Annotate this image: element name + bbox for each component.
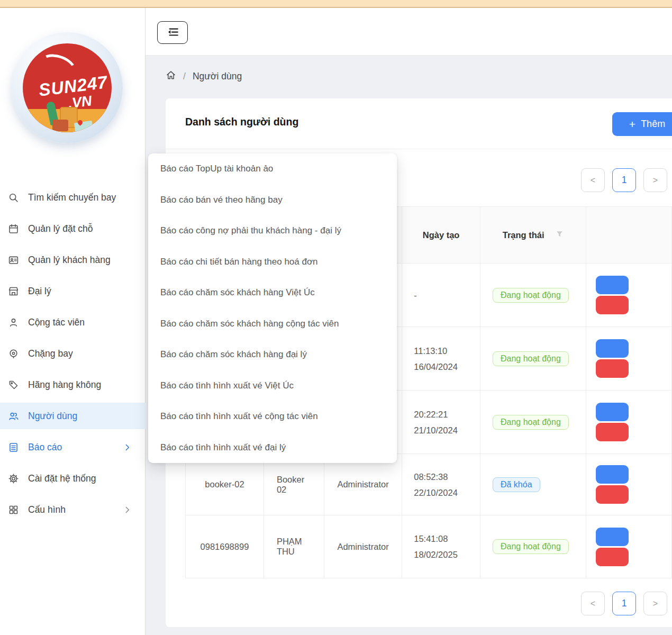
edit-button[interactable] xyxy=(596,276,629,294)
add-user-button[interactable]: + Thêm xyxy=(612,112,672,136)
plus-icon: + xyxy=(629,119,635,130)
location-icon xyxy=(7,348,19,359)
cell-status: Đang hoạt động xyxy=(480,264,586,327)
sidebar-item-quan-ly-khach-hang[interactable]: Quản lý khách hàng xyxy=(0,247,146,273)
sidebar-item-label: Báo cáo xyxy=(28,442,62,453)
status-badge: Đang hoạt động xyxy=(493,415,569,430)
breadcrumb-current[interactable]: Người dùng xyxy=(193,71,242,82)
cell-created: 11:13:1016/04/2024 xyxy=(402,327,480,391)
cell-actions xyxy=(586,391,672,454)
delete-button[interactable] xyxy=(596,485,629,504)
sidebar-item-dai-ly[interactable]: Đại lý xyxy=(0,278,146,304)
menu-item-report-cskh-viet-uc[interactable]: Báo cáo chăm sóc khách hàng Việt Úc xyxy=(148,277,397,309)
menu-item-report-xuat-ve-viet-uc[interactable]: Báo cáo tình hình xuất vé Việt Úc xyxy=(148,370,397,402)
menu-item-report-xuat-ve-ctv[interactable]: Báo cáo tình hình xuất vé cộng tác viên xyxy=(148,401,397,432)
menu-item-report-cskh-dai-ly[interactable]: Báo cáo chăm sóc khách hàng đại lý xyxy=(148,339,397,370)
tag-icon xyxy=(7,379,19,391)
delete-button[interactable] xyxy=(596,423,629,441)
sidebar-item-label: Hãng hàng không xyxy=(28,379,101,391)
app-header xyxy=(146,8,672,56)
delete-button[interactable] xyxy=(596,548,629,566)
pagination-top: < 1 > xyxy=(581,168,667,192)
menu-item-report-xuat-ve-dai-ly[interactable]: Báo cáo tình hình xuất vé đại lý xyxy=(148,432,397,464)
status-badge: Đang hoạt động xyxy=(493,351,569,366)
sidebar-item-cau-hinh[interactable]: Cấu hình xyxy=(0,496,146,523)
sidebar-item-label: Quản lý khách hàng xyxy=(28,255,111,266)
calendar-icon xyxy=(7,223,19,234)
delete-button[interactable] xyxy=(596,359,629,378)
menu-item-report-cong-no[interactable]: Báo cáo công nợ phải thu khách hàng - đạ… xyxy=(148,215,397,247)
user-icon xyxy=(7,316,19,328)
cell-status: Đã khóa xyxy=(480,454,586,515)
sidebar: SUN247 .VN Tìm kiếm chuyến bay Quả xyxy=(0,8,146,635)
top-accent-bar xyxy=(0,0,672,8)
sidebar-item-cong-tac-vien[interactable]: Cộng tác viên xyxy=(0,309,146,335)
app-logo: SUN247 .VN xyxy=(12,32,123,143)
cell-status: Đang hoạt động xyxy=(480,391,586,454)
sidebar-item-quan-ly-dat-cho[interactable]: Quản lý đặt chỗ xyxy=(0,215,146,242)
menu-fold-icon xyxy=(166,25,179,41)
sidebar-item-nguoi-dung[interactable]: Người dùng xyxy=(0,403,146,429)
col-header-created: Ngày tạo xyxy=(402,207,480,264)
prev-page-button[interactable]: < xyxy=(581,592,605,615)
sidebar-item-label: Đại lý xyxy=(28,286,51,297)
edit-button[interactable] xyxy=(596,339,629,358)
sidebar-item-label: Quản lý đặt chỗ xyxy=(28,223,93,234)
status-badge: Đang hoạt động xyxy=(493,288,569,303)
sidebar-item-hang-hang-khong[interactable]: Hãng hàng không xyxy=(0,371,146,398)
sidebar-item-cai-dat-he-thong[interactable]: Cài đặt hệ thống xyxy=(0,465,146,492)
sidebar-item-label: Cấu hình xyxy=(28,504,66,515)
status-badge: Đã khóa xyxy=(493,477,540,492)
next-page-button[interactable]: > xyxy=(643,168,667,192)
page: SUN247 .VN Tìm kiếm chuyến bay Quả xyxy=(0,0,672,635)
col-header-actions xyxy=(586,207,672,264)
delete-button[interactable] xyxy=(596,296,629,314)
menu-item-report-cskh-ctv[interactable]: Báo cáo chăm sóc khách hàng cộng tác viê… xyxy=(148,309,397,340)
shop-icon xyxy=(7,285,19,297)
cell-created: 08:52:3822/10/2024 xyxy=(402,454,480,515)
col-header-status: Trạng thái xyxy=(480,207,586,264)
home-icon[interactable] xyxy=(166,70,176,83)
grid-icon xyxy=(7,504,19,515)
cell-name: PHẠMTHU xyxy=(264,515,324,578)
prev-page-button[interactable]: < xyxy=(581,168,605,192)
sidebar-collapse-button[interactable] xyxy=(157,21,188,44)
sidebar-item-label: Cài đặt hệ thống xyxy=(28,473,96,484)
logo-badge: SUN247 .VN xyxy=(23,43,112,132)
edit-button[interactable] xyxy=(596,465,629,484)
cell-actions xyxy=(586,327,672,391)
cell-created: - xyxy=(402,264,480,327)
team-icon xyxy=(7,410,19,422)
edit-button[interactable] xyxy=(596,528,629,546)
menu-item-report-chi-tiet-ban-hang[interactable]: Báo cáo chi tiết bán hàng theo hoá đơn xyxy=(148,247,397,278)
cell-status: Đang hoạt động xyxy=(480,327,586,391)
cell-type: Administrator xyxy=(324,515,402,578)
sidebar-item-tim-kiem-chuyen-bay[interactable]: Tìm kiếm chuyến bay xyxy=(0,184,146,211)
sidebar-nav: Tìm kiếm chuyến bay Quản lý đặt chỗ Quản… xyxy=(0,184,146,528)
cell-actions xyxy=(586,454,672,515)
gear-icon xyxy=(7,473,19,484)
report-submenu: Báo cáo TopUp tài khoản ảo Báo cáo bán v… xyxy=(148,153,397,463)
card-divider xyxy=(166,149,672,149)
sidebar-item-chang-bay[interactable]: Chặng bay xyxy=(0,340,146,367)
sidebar-item-label: Chặng bay xyxy=(28,348,73,359)
edit-button[interactable] xyxy=(596,403,629,421)
status-badge: Đang hoạt động xyxy=(493,539,569,554)
page-1-button[interactable]: 1 xyxy=(612,592,636,615)
menu-item-report-ban-ve-hang-bay[interactable]: Báo cáo bán vé theo hãng bay xyxy=(148,185,397,216)
cell-username: 0981698899 xyxy=(186,515,264,578)
page-1-button[interactable]: 1 xyxy=(612,168,636,192)
chevron-right-icon xyxy=(123,443,132,452)
breadcrumb-separator: / xyxy=(183,71,186,82)
cell-status: Đang hoạt động xyxy=(480,515,586,578)
sidebar-item-bao-cao[interactable]: Báo cáo xyxy=(0,434,146,460)
cell-created: 15:41:0818/02/2025 xyxy=(402,515,480,578)
filter-icon[interactable] xyxy=(555,230,564,241)
chevron-right-icon xyxy=(123,505,132,514)
sidebar-item-label: Cộng tác viên xyxy=(28,317,85,328)
sidebar-item-label: Tìm kiếm chuyến bay xyxy=(28,192,116,203)
menu-item-report-topup[interactable]: Báo cáo TopUp tài khoản ảo xyxy=(148,153,397,185)
breadcrumb: / Người dùng xyxy=(166,70,242,83)
next-page-button[interactable]: > xyxy=(643,592,667,615)
cell-actions xyxy=(586,515,672,578)
